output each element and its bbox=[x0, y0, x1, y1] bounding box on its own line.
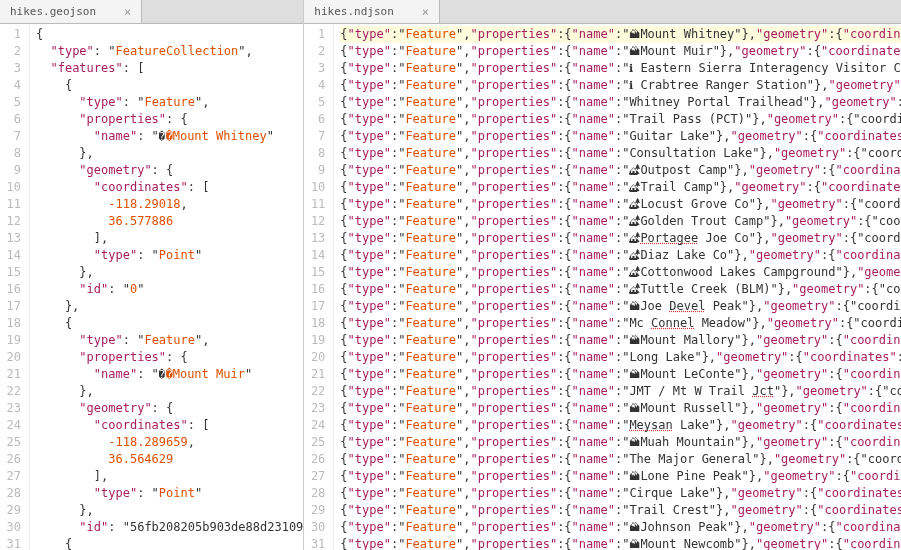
line-number: 17 bbox=[6, 298, 21, 315]
line-number: 23 bbox=[6, 400, 21, 417]
code-line[interactable]: {"type":"Feature","properties":{"name":"… bbox=[340, 349, 901, 366]
code-line[interactable]: {"type":"Feature","properties":{"name":"… bbox=[340, 162, 901, 179]
code-line[interactable]: {"type":"Feature","properties":{"name":"… bbox=[340, 128, 901, 145]
code-line[interactable]: "geometry": { bbox=[36, 400, 303, 417]
code-line[interactable]: -118.29018, bbox=[36, 196, 303, 213]
code-line[interactable]: "id": "56fb208205b903de88d23109 bbox=[36, 519, 303, 536]
code-line[interactable]: { bbox=[36, 536, 303, 550]
line-number: 25 bbox=[6, 434, 21, 451]
line-number: 27 bbox=[310, 468, 325, 485]
line-number: 30 bbox=[6, 519, 21, 536]
code-line[interactable]: {"type":"Feature","properties":{"name":"… bbox=[340, 230, 901, 247]
line-number: 30 bbox=[310, 519, 325, 536]
line-number: 23 bbox=[310, 400, 325, 417]
code-line[interactable]: {"type":"Feature","properties":{"name":"… bbox=[340, 247, 901, 264]
editor-right[interactable]: 1234567891011121314151617181920212223242… bbox=[304, 24, 901, 550]
code-line[interactable]: {"type":"Feature","properties":{"name":"… bbox=[340, 519, 901, 536]
tab-title: hikes.geojson bbox=[10, 5, 96, 18]
code-line[interactable]: "coordinates": [ bbox=[36, 179, 303, 196]
code-line[interactable]: {"type":"Feature","properties":{"name":"… bbox=[340, 281, 901, 298]
line-number: 25 bbox=[310, 434, 325, 451]
code-line[interactable]: {"type":"Feature","properties":{"name":"… bbox=[340, 298, 901, 315]
line-number: 8 bbox=[6, 145, 21, 162]
code-line[interactable]: "id": "0" bbox=[36, 281, 303, 298]
code-line[interactable]: {"type":"Feature","properties":{"name":"… bbox=[340, 417, 901, 434]
line-number: 28 bbox=[310, 485, 325, 502]
code-line[interactable]: 36.577886 bbox=[36, 213, 303, 230]
line-number: 7 bbox=[6, 128, 21, 145]
code-line[interactable]: {"type":"Feature","properties":{"name":"… bbox=[340, 383, 901, 400]
code-line[interactable]: {"type":"Feature","properties":{"name":"… bbox=[340, 366, 901, 383]
line-number: 21 bbox=[310, 366, 325, 383]
line-number: 14 bbox=[6, 247, 21, 264]
line-number: 1 bbox=[6, 26, 21, 43]
code-line[interactable]: {"type":"Feature","properties":{"name":"… bbox=[340, 26, 901, 43]
code-line[interactable]: {"type":"Feature","properties":{"name":"… bbox=[340, 264, 901, 281]
code-line[interactable]: "properties": { bbox=[36, 111, 303, 128]
code-line[interactable]: {"type":"Feature","properties":{"name":"… bbox=[340, 43, 901, 60]
line-number: 4 bbox=[6, 77, 21, 94]
code-line[interactable]: {"type":"Feature","properties":{"name":"… bbox=[340, 60, 901, 77]
line-number: 26 bbox=[310, 451, 325, 468]
code-line[interactable]: { bbox=[36, 315, 303, 332]
line-number: 21 bbox=[6, 366, 21, 383]
code-line[interactable]: "type": "Point" bbox=[36, 247, 303, 264]
line-number: 6 bbox=[310, 111, 325, 128]
code-line[interactable]: }, bbox=[36, 502, 303, 519]
code-line[interactable]: {"type":"Feature","properties":{"name":"… bbox=[340, 468, 901, 485]
code-line[interactable]: {"type":"Feature","properties":{"name":"… bbox=[340, 77, 901, 94]
code-line[interactable]: "geometry": { bbox=[36, 162, 303, 179]
code-line[interactable]: {"type":"Feature","properties":{"name":"… bbox=[340, 145, 901, 162]
line-number: 31 bbox=[6, 536, 21, 550]
line-number: 24 bbox=[310, 417, 325, 434]
editor-left[interactable]: 1234567891011121314151617181920212223242… bbox=[0, 24, 303, 550]
code-line[interactable]: {"type":"Feature","properties":{"name":"… bbox=[340, 485, 901, 502]
code-line[interactable]: "properties": { bbox=[36, 349, 303, 366]
code-line[interactable]: "type": "FeatureCollection", bbox=[36, 43, 303, 60]
code-line[interactable]: {"type":"Feature","properties":{"name":"… bbox=[340, 502, 901, 519]
code-line[interactable]: {"type":"Feature","properties":{"name":"… bbox=[340, 315, 901, 332]
code-line[interactable]: "name": "🏔Mount Whitney" bbox=[36, 128, 303, 145]
code-line[interactable]: {"type":"Feature","properties":{"name":"… bbox=[340, 434, 901, 451]
line-number: 26 bbox=[6, 451, 21, 468]
code-line[interactable]: "features": [ bbox=[36, 60, 303, 77]
code-line[interactable]: ], bbox=[36, 468, 303, 485]
code-line[interactable]: {"type":"Feature","properties":{"name":"… bbox=[340, 400, 901, 417]
code-line[interactable]: {"type":"Feature","properties":{"name":"… bbox=[340, 451, 901, 468]
code-line[interactable]: {"type":"Feature","properties":{"name":"… bbox=[340, 196, 901, 213]
code-left[interactable]: { "type": "FeatureCollection", "features… bbox=[30, 24, 303, 550]
tab-hikes-geojson[interactable]: hikes.geojson × bbox=[0, 0, 142, 23]
line-number: 11 bbox=[6, 196, 21, 213]
code-line[interactable]: -118.289659, bbox=[36, 434, 303, 451]
close-icon[interactable]: × bbox=[422, 5, 429, 19]
code-line[interactable]: {"type":"Feature","properties":{"name":"… bbox=[340, 332, 901, 349]
code-line[interactable]: }, bbox=[36, 383, 303, 400]
line-number: 4 bbox=[310, 77, 325, 94]
code-line[interactable]: }, bbox=[36, 145, 303, 162]
gutter-right: 1234567891011121314151617181920212223242… bbox=[304, 24, 334, 550]
line-number: 10 bbox=[310, 179, 325, 196]
code-line[interactable]: { bbox=[36, 26, 303, 43]
line-number: 18 bbox=[310, 315, 325, 332]
code-line[interactable]: {"type":"Feature","properties":{"name":"… bbox=[340, 111, 901, 128]
code-line[interactable]: "name": "🏔Mount Muir" bbox=[36, 366, 303, 383]
code-line[interactable]: {"type":"Feature","properties":{"name":"… bbox=[340, 179, 901, 196]
tab-hikes-ndjson[interactable]: hikes.ndjson × bbox=[304, 0, 440, 23]
code-line[interactable]: "type": "Feature", bbox=[36, 332, 303, 349]
code-right[interactable]: {"type":"Feature","properties":{"name":"… bbox=[334, 24, 901, 550]
close-icon[interactable]: × bbox=[124, 5, 131, 19]
line-number: 31 bbox=[310, 536, 325, 550]
code-line[interactable]: 36.564629 bbox=[36, 451, 303, 468]
code-line[interactable]: ], bbox=[36, 230, 303, 247]
code-line[interactable]: "type": "Feature", bbox=[36, 94, 303, 111]
code-line[interactable]: "coordinates": [ bbox=[36, 417, 303, 434]
code-line[interactable]: {"type":"Feature","properties":{"name":"… bbox=[340, 536, 901, 550]
code-line[interactable]: {"type":"Feature","properties":{"name":"… bbox=[340, 94, 901, 111]
code-line[interactable]: { bbox=[36, 77, 303, 94]
code-line[interactable]: "type": "Point" bbox=[36, 485, 303, 502]
code-line[interactable]: }, bbox=[36, 264, 303, 281]
line-number: 7 bbox=[310, 128, 325, 145]
tabbar-right: hikes.ndjson × bbox=[304, 0, 901, 24]
code-line[interactable]: {"type":"Feature","properties":{"name":"… bbox=[340, 213, 901, 230]
code-line[interactable]: }, bbox=[36, 298, 303, 315]
